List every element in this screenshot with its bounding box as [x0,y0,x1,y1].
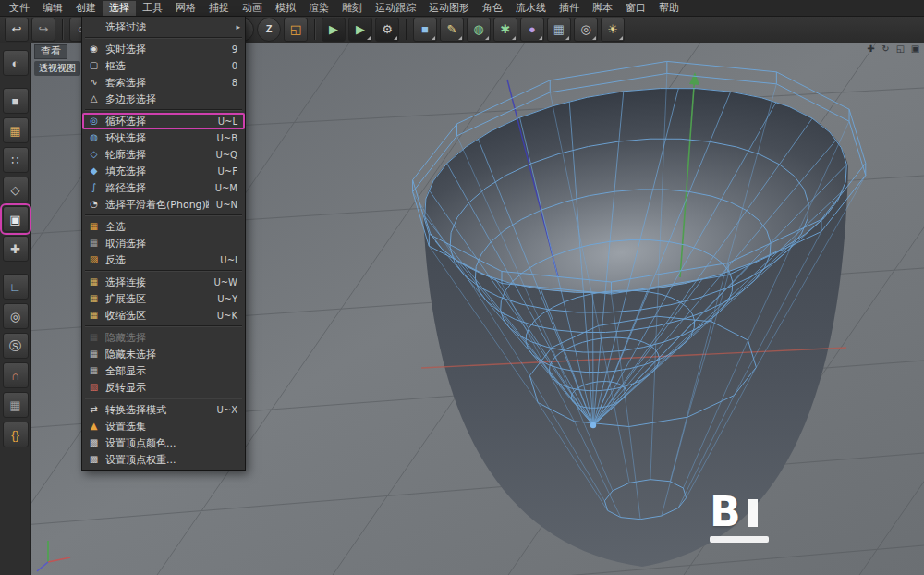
add-array-button[interactable]: ✱ [493,18,517,42]
menubar-item-render[interactable]: 渲染 [302,1,335,16]
pan-view-button[interactable]: ✚ [865,43,877,55]
invert-visibility-icon: ▧ [87,383,101,392]
separator [85,109,242,111]
separator [406,19,407,40]
deselect-all-icon: ▦ [87,239,101,248]
menubar-item-motion-tracker[interactable]: 运动跟踪 [369,1,422,16]
phong-break-selection-icon: ◔ [87,200,101,209]
menubar-item-pipeline[interactable]: 流水线 [509,1,553,16]
set-vertex-weight-icon: ▩ [87,455,101,464]
menubar-item-file[interactable]: 文件 [3,1,36,16]
texture-mode-button[interactable]: ▦ [3,117,29,143]
snap-toggle-button[interactable]: Ⓢ [3,333,29,359]
menu-item-fill-selection[interactable]: ◆ 填充选择 U~F [82,163,245,179]
menubar-item-mesh[interactable]: 网格 [169,1,202,16]
watermark-letter: B [710,492,742,532]
coordinates-button[interactable]: {} [3,422,29,447]
points-mode-button[interactable]: ∷ [3,147,29,173]
orbit-view-button[interactable]: ↻ [880,43,892,55]
add-camera-button[interactable]: ◎ [574,18,598,42]
undo-button[interactable]: ↩ [5,18,29,42]
menu-item-select-connected[interactable]: ▦ 选择连接 U~W [82,274,245,290]
add-light-button[interactable]: ☀ [601,18,625,42]
z-axis-lock-button[interactable]: Z [257,18,281,42]
make-editable-button[interactable]: ◐ [3,50,29,76]
grow-selection-icon: ▦ [87,294,101,303]
separator [62,19,63,40]
redo-button[interactable]: ↪ [31,18,55,42]
menubar-item-edit[interactable]: 编辑 [36,1,69,16]
menu-item-phong-break-selection[interactable]: ◔ 选择平滑着色(Phong)断开 U~N [82,196,245,213]
render-view-button[interactable]: ▶ [322,18,346,42]
menubar-item-animate[interactable]: 动画 [236,1,269,16]
menubar-item-window[interactable]: 窗口 [619,1,652,16]
menu-item-grow-selection[interactable]: ▦ 扩展选区 U~Y [82,290,245,307]
view-menu[interactable]: 查看 [34,44,67,59]
menubar-item-character[interactable]: 角色 [476,1,509,16]
workplane-button[interactable]: ∟ [3,274,29,300]
menu-item-select-all[interactable]: ▦ 全选 [82,218,245,235]
menu-item-set-vertex-weight[interactable]: ▩ 设置顶点权重... [82,451,245,468]
add-subdivision-surface-button[interactable]: ◍ [467,18,491,42]
menubar-item-sculpt[interactable]: 雕刻 [335,1,369,16]
magnet-tool-button[interactable]: ∩ [3,362,29,388]
menu-item-set-selection[interactable]: ▲ 设置选集 [82,418,245,434]
polygon-mode-button[interactable]: ▣ [3,206,29,232]
menubar-item-tools[interactable]: 工具 [136,1,169,16]
menubar-item-select[interactable]: 选择 [103,1,136,16]
mode-sidebar: ◐ ■ ▦ ∷ ◇ ▣ ✚ [0,43,31,575]
menu-item-path-selection[interactable]: ∫ 路径选择 U~M [82,179,245,196]
axis-mode-button[interactable]: ✚ [3,236,29,262]
menubar-item-simulate[interactable]: 模拟 [269,1,302,16]
menu-item-shrink-selection[interactable]: ▦ 收缩选区 U~K [82,307,245,324]
add-environment-floor-button[interactable]: ▦ [547,18,571,42]
menu-item-ring-selection[interactable]: ◍ 环状选择 U~B [82,129,245,146]
separator [85,214,242,216]
menu-item-hide-unselected[interactable]: ▦ 隐藏未选择 [82,346,245,362]
polygon-selection-icon: △ [87,94,101,104]
menubar-item-help[interactable]: 帮助 [652,1,686,16]
select-connected-icon: ▦ [87,277,101,287]
hide-unselected-icon: ▦ [87,349,101,359]
menubar-item-plugins[interactable]: 插件 [553,1,586,16]
add-primitive-cube-button[interactable]: ■ [413,18,437,42]
menu-item-convert-selection-mode[interactable]: ⇄ 转换选择模式 U~X [82,401,245,418]
lasso-selection-icon: ∿ [87,78,101,87]
render-picture-viewer-button[interactable]: ▶ [348,18,372,42]
lock-workplane-button[interactable]: ▦ [3,392,29,418]
menu-item-live-selection[interactable]: ◉ 实时选择 9 [82,41,245,57]
add-deformer-button[interactable]: ● [520,18,544,42]
coordinate-system-button[interactable]: ◱ [284,18,308,42]
menu-item-invert-selection[interactable]: ▨ 反选 U~I [82,251,245,268]
zoom-view-button[interactable]: ◱ [894,43,906,55]
menubar-item-script[interactable]: 脚本 [586,1,619,16]
maximize-view-button[interactable]: ▣ [909,43,921,55]
menubar-item-snap[interactable]: 捕捉 [202,1,236,16]
menu-item-show-all[interactable]: ▦ 全部显示 [82,362,245,379]
add-spline-pen-button[interactable]: ✎ [440,18,464,42]
menu-item-set-vertex-color[interactable]: ▩ 设置顶点颜色... [82,434,245,451]
origin-axis-gizmo [33,532,76,575]
menu-item-outline-selection[interactable]: ◇ 轮廓选择 U~Q [82,146,245,163]
menu-item-rectangle-selection[interactable]: ▢ 框选 0 [82,57,245,74]
menubar-item-create[interactable]: 创建 [69,1,103,16]
show-all-icon: ▦ [87,366,101,375]
menu-item-polygon-selection[interactable]: △ 多边形选择 [82,91,245,107]
menu-item-deselect-all[interactable]: ▦ 取消选择 [82,235,245,251]
edge-mode-button[interactable]: ◇ [3,177,29,202]
menu-item-loop-selection[interactable]: ◎ 循环选择 U~L [82,113,245,129]
gizmo-x-axis [48,557,70,562]
menu-item-invert-visibility[interactable]: ▧ 反转显示 [82,379,245,396]
separator [314,19,315,40]
application-window: 查看 透视视图 ✚ ↻ ◱ ▣ B [0,0,924,575]
model-mode-button[interactable]: ■ [3,88,29,114]
separator [85,325,242,327]
watermark-subtext [710,536,769,543]
menubar-item-mograph[interactable]: 运动图形 [422,1,476,16]
object-axis-center [590,422,596,428]
convert-selection-icon: ⇄ [87,405,101,414]
menu-item-lasso-selection[interactable]: ∿ 套索选择 8 [82,74,245,91]
viewport-solo-button[interactable]: ◎ [3,303,29,329]
menu-item-selection-filter[interactable]: 选择过滤 [82,18,245,35]
render-settings-button[interactable]: ⚙ [375,18,399,42]
